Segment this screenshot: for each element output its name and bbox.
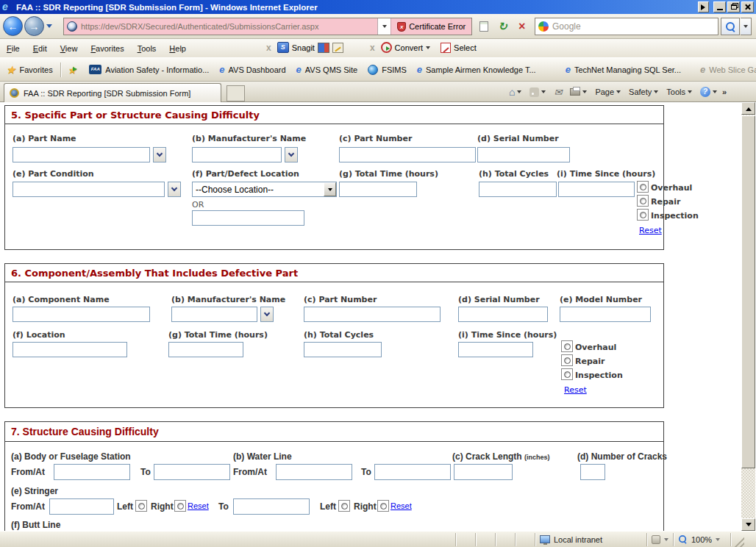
zoom-control[interactable]: 100%	[674, 533, 731, 546]
reset-link[interactable]: Reset	[188, 501, 209, 510]
part-number-input[interactable]	[304, 307, 441, 322]
time-since-input[interactable]	[458, 342, 533, 357]
favorites-link-avs-dashboard[interactable]: AVS Dashboard	[214, 62, 290, 77]
manufacturer-name-input[interactable]	[192, 147, 282, 162]
minimize-button[interactable]	[713, 1, 726, 12]
tab-sdr-reporting[interactable]: FAA :: SDR Reporting [SDR Submission For…	[4, 83, 221, 102]
command-bar-overflow-button[interactable]: »	[722, 87, 727, 96]
stringer-from-input[interactable]	[49, 498, 114, 515]
menu-favorites[interactable]: Favorites	[84, 41, 130, 56]
inspection-radio[interactable]	[637, 209, 649, 221]
stop-button[interactable]	[513, 18, 531, 35]
manufacturer-name-input[interactable]	[171, 307, 257, 322]
total-time-input[interactable]	[339, 182, 417, 197]
part-condition-dropdown-button[interactable]	[168, 182, 181, 197]
select-button[interactable]: Select	[454, 43, 477, 52]
protected-mode-panel[interactable]	[647, 533, 674, 546]
manufacturer-dropdown-button[interactable]	[285, 147, 298, 162]
repair-radio[interactable]	[561, 354, 573, 366]
waterline-from-input[interactable]	[276, 464, 352, 480]
vertical-scrollbar[interactable]	[741, 102, 755, 531]
close-snagit-toolbar-button[interactable]: x	[263, 43, 274, 53]
serial-number-input[interactable]	[477, 147, 570, 162]
back-button[interactable]	[3, 16, 23, 36]
part-condition-input[interactable]	[13, 182, 165, 197]
convert-button[interactable]: Convert	[395, 43, 424, 52]
favorites-link-avs-qms[interactable]: AVS QMS Site	[291, 62, 363, 77]
reset-link[interactable]: Reset	[391, 501, 412, 510]
favorites-link-web-slice-gallery[interactable]: Web Slice Gallery	[695, 62, 756, 77]
reset-link[interactable]: Reset	[639, 226, 662, 235]
snagit-profile-icon[interactable]	[318, 43, 329, 53]
refresh-button[interactable]	[493, 18, 512, 35]
fuselage-to-input[interactable]	[154, 464, 230, 480]
manufacturer-dropdown-button[interactable]	[260, 307, 274, 322]
home-button[interactable]	[506, 84, 524, 100]
chevron-down-icon[interactable]	[426, 46, 430, 51]
number-of-cracks-input[interactable]	[580, 464, 605, 480]
close-adobe-toolbar-button[interactable]: x	[367, 43, 378, 53]
certificate-error-button[interactable]: Certificate Error	[391, 18, 471, 35]
fuselage-from-input[interactable]	[54, 464, 130, 480]
stringer-to-input[interactable]	[233, 498, 310, 515]
overhaul-radio[interactable]	[561, 340, 573, 352]
stringer-from-left-radio[interactable]	[135, 500, 147, 512]
print-button[interactable]	[567, 86, 590, 98]
url-input[interactable]	[81, 22, 377, 31]
toolbar-overflow-button[interactable]	[698, 1, 709, 12]
read-mail-button[interactable]	[551, 85, 565, 100]
time-since-input[interactable]	[558, 182, 635, 197]
overhaul-radio[interactable]	[637, 181, 649, 193]
location-other-input[interactable]	[192, 210, 304, 226]
recent-pages-dropdown-icon[interactable]	[46, 24, 52, 31]
close-button[interactable]	[741, 1, 754, 12]
serial-number-input[interactable]	[458, 307, 548, 322]
resize-grip[interactable]	[732, 535, 744, 547]
address-dropdown-button[interactable]	[377, 18, 391, 35]
snagit-button[interactable]: Snagit	[292, 43, 315, 52]
search-button[interactable]	[721, 18, 740, 35]
favorites-link-technet[interactable]: TechNet Managing SQL Ser...	[560, 62, 686, 77]
help-menu-button[interactable]	[697, 85, 720, 99]
scrollbar-thumb[interactable]	[741, 115, 755, 468]
favorites-link-aviation-safety[interactable]: Aviation Safety - Informatio...	[84, 62, 214, 76]
waterline-to-input[interactable]	[374, 464, 451, 480]
reset-link[interactable]: Reset	[564, 385, 587, 395]
tools-menu-button[interactable]: Tools	[663, 85, 695, 99]
part-number-input[interactable]	[339, 147, 476, 162]
model-number-input[interactable]	[560, 307, 651, 322]
forward-button[interactable]	[24, 16, 44, 36]
compatibility-view-button[interactable]	[474, 18, 493, 35]
feeds-button[interactable]	[527, 85, 549, 99]
total-cycles-input[interactable]	[304, 342, 382, 357]
favorites-button[interactable]: Favorites	[19, 65, 52, 74]
stringer-to-right-radio[interactable]	[377, 500, 389, 512]
menu-help[interactable]: Help	[163, 41, 193, 56]
stringer-to-left-radio[interactable]	[338, 500, 350, 512]
select-arrow-button[interactable]	[324, 182, 336, 196]
crack-length-input[interactable]	[454, 464, 513, 480]
total-time-input[interactable]	[168, 342, 243, 357]
inspection-radio[interactable]	[561, 368, 573, 380]
total-cycles-input[interactable]	[479, 182, 557, 197]
menu-view[interactable]: View	[54, 41, 85, 56]
search-input[interactable]	[552, 21, 718, 32]
new-tab-button[interactable]	[227, 85, 245, 101]
page-menu-button[interactable]: Page	[592, 85, 624, 99]
safety-menu-button[interactable]: Safety	[626, 85, 661, 99]
stringer-from-right-radio[interactable]	[174, 500, 186, 512]
add-favorite-button[interactable]	[68, 64, 77, 76]
scroll-up-button[interactable]	[741, 102, 755, 115]
restore-button[interactable]	[727, 1, 740, 12]
menu-edit[interactable]: Edit	[26, 41, 54, 56]
repair-radio[interactable]	[637, 195, 649, 207]
menu-tools[interactable]: Tools	[131, 41, 163, 56]
scroll-down-button[interactable]	[741, 518, 755, 531]
component-name-input[interactable]	[13, 307, 150, 322]
snagit-edit-icon[interactable]	[332, 43, 343, 53]
favorites-link-sample-airmen[interactable]: Sample Airmen Knowledge T...	[412, 62, 541, 77]
search-options-button[interactable]	[741, 18, 752, 35]
location-input[interactable]	[13, 342, 127, 357]
menu-file[interactable]: File	[0, 41, 26, 56]
part-name-dropdown-button[interactable]	[153, 147, 166, 162]
